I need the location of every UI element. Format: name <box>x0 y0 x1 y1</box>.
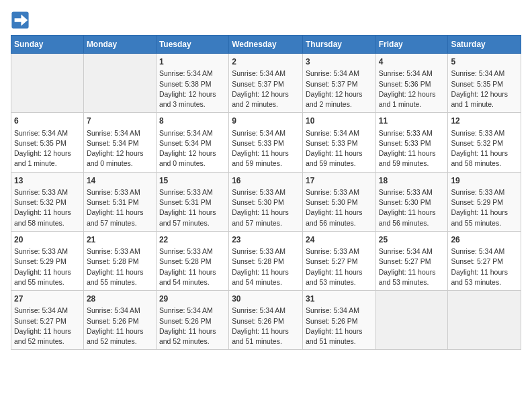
daylight-text: Daylight: 12 hours and 1 minute. <box>451 90 508 108</box>
daylight-text: Daylight: 11 hours and 57 minutes. <box>232 208 289 226</box>
day-number: 30 <box>232 293 300 305</box>
daylight-text: Daylight: 12 hours and 2 minutes. <box>306 90 363 108</box>
sunset-text: Sunset: 5:37 PM <box>306 80 358 88</box>
day-number: 25 <box>379 234 445 246</box>
sunrise-text: Sunrise: 5:34 AM <box>451 247 504 255</box>
column-header-saturday: Saturday <box>448 36 521 54</box>
day-number: 23 <box>232 234 300 246</box>
calendar-cell: 28Sunrise: 5:34 AMSunset: 5:26 PMDayligh… <box>83 291 156 350</box>
calendar-cell: 1Sunrise: 5:34 AMSunset: 5:38 PMDaylight… <box>156 54 228 113</box>
sunrise-text: Sunrise: 5:33 AM <box>306 188 359 196</box>
sunset-text: Sunset: 5:26 PM <box>87 317 139 325</box>
calendar-cell: 20Sunrise: 5:33 AMSunset: 5:29 PMDayligh… <box>11 231 84 290</box>
sunset-text: Sunset: 5:35 PM <box>14 139 66 147</box>
calendar-cell: 12Sunrise: 5:33 AMSunset: 5:32 PMDayligh… <box>448 113 521 172</box>
sunrise-text: Sunrise: 5:33 AM <box>232 188 285 196</box>
calendar-cell: 27Sunrise: 5:34 AMSunset: 5:27 PMDayligh… <box>11 291 84 350</box>
day-number: 27 <box>14 293 81 305</box>
day-number: 18 <box>379 175 445 187</box>
logo <box>11 11 32 30</box>
daylight-text: Daylight: 12 hours and 1 minute. <box>379 90 436 108</box>
sunset-text: Sunset: 5:27 PM <box>306 257 358 265</box>
calendar-week-5: 27Sunrise: 5:34 AMSunset: 5:27 PMDayligh… <box>11 291 521 350</box>
sunrise-text: Sunrise: 5:34 AM <box>451 69 504 77</box>
calendar-cell: 23Sunrise: 5:33 AMSunset: 5:28 PMDayligh… <box>229 231 303 290</box>
daylight-text: Daylight: 11 hours and 52 minutes. <box>14 327 71 345</box>
sunrise-text: Sunrise: 5:34 AM <box>14 306 68 314</box>
day-number: 13 <box>14 175 81 187</box>
daylight-text: Daylight: 11 hours and 57 minutes. <box>87 208 144 226</box>
daylight-text: Daylight: 11 hours and 53 minutes. <box>451 268 508 286</box>
sunrise-text: Sunrise: 5:33 AM <box>14 188 68 196</box>
calendar-cell: 5Sunrise: 5:34 AMSunset: 5:35 PMDaylight… <box>448 54 521 113</box>
daylight-text: Daylight: 11 hours and 58 minutes. <box>14 208 71 226</box>
sunset-text: Sunset: 5:26 PM <box>159 317 212 325</box>
sunset-text: Sunset: 5:33 PM <box>232 139 284 147</box>
sunrise-text: Sunrise: 5:33 AM <box>451 129 504 137</box>
daylight-text: Daylight: 11 hours and 58 minutes. <box>451 149 508 167</box>
sunset-text: Sunset: 5:27 PM <box>379 257 431 265</box>
daylight-text: Daylight: 12 hours and 0 minutes. <box>87 149 144 167</box>
sunrise-text: Sunrise: 5:34 AM <box>232 306 285 314</box>
day-number: 1 <box>159 56 226 68</box>
calendar-cell: 15Sunrise: 5:33 AMSunset: 5:31 PMDayligh… <box>156 172 228 231</box>
sunset-text: Sunset: 5:37 PM <box>232 80 284 88</box>
sunset-text: Sunset: 5:36 PM <box>379 80 431 88</box>
day-number: 22 <box>159 234 226 246</box>
day-number: 19 <box>451 175 518 187</box>
sunrise-text: Sunrise: 5:33 AM <box>379 129 433 137</box>
calendar-cell: 14Sunrise: 5:33 AMSunset: 5:31 PMDayligh… <box>83 172 156 231</box>
calendar-cell <box>448 291 521 350</box>
sunset-text: Sunset: 5:29 PM <box>14 257 66 265</box>
sunset-text: Sunset: 5:28 PM <box>87 257 139 265</box>
daylight-text: Daylight: 11 hours and 53 minutes. <box>306 268 363 286</box>
daylight-text: Daylight: 11 hours and 55 minutes. <box>87 268 144 286</box>
calendar-cell: 7Sunrise: 5:34 AMSunset: 5:34 PMDaylight… <box>83 113 156 172</box>
calendar-week-1: 1Sunrise: 5:34 AMSunset: 5:38 PMDaylight… <box>11 54 521 113</box>
sunset-text: Sunset: 5:30 PM <box>379 198 431 206</box>
sunrise-text: Sunrise: 5:34 AM <box>232 69 285 77</box>
sunset-text: Sunset: 5:28 PM <box>159 257 212 265</box>
daylight-text: Daylight: 11 hours and 56 minutes. <box>379 208 436 226</box>
column-header-tuesday: Tuesday <box>156 36 228 54</box>
sunrise-text: Sunrise: 5:34 AM <box>14 129 68 137</box>
calendar-cell: 9Sunrise: 5:34 AMSunset: 5:33 PMDaylight… <box>229 113 303 172</box>
calendar-cell: 10Sunrise: 5:34 AMSunset: 5:33 PMDayligh… <box>302 113 375 172</box>
column-header-thursday: Thursday <box>302 36 375 54</box>
calendar-cell: 3Sunrise: 5:34 AMSunset: 5:37 PMDaylight… <box>302 54 375 113</box>
calendar-cell: 6Sunrise: 5:34 AMSunset: 5:35 PMDaylight… <box>11 113 84 172</box>
day-number: 16 <box>232 175 300 187</box>
daylight-text: Daylight: 11 hours and 54 minutes. <box>159 268 216 286</box>
day-number: 5 <box>451 56 518 68</box>
day-number: 24 <box>306 234 373 246</box>
calendar-cell: 11Sunrise: 5:33 AMSunset: 5:33 PMDayligh… <box>375 113 448 172</box>
sunrise-text: Sunrise: 5:34 AM <box>87 129 140 137</box>
sunset-text: Sunset: 5:34 PM <box>159 139 212 147</box>
sunrise-text: Sunrise: 5:34 AM <box>159 306 213 314</box>
sunset-text: Sunset: 5:26 PM <box>306 317 358 325</box>
day-number: 9 <box>232 116 300 127</box>
day-number: 31 <box>306 293 373 305</box>
daylight-text: Daylight: 12 hours and 2 minutes. <box>232 90 289 108</box>
day-number: 29 <box>159 293 226 305</box>
sunrise-text: Sunrise: 5:34 AM <box>379 69 433 77</box>
logo-icon <box>11 11 30 30</box>
daylight-text: Daylight: 11 hours and 55 minutes. <box>14 268 71 286</box>
calendar-week-3: 13Sunrise: 5:33 AMSunset: 5:32 PMDayligh… <box>11 172 521 231</box>
day-number: 14 <box>87 175 153 187</box>
daylight-text: Daylight: 11 hours and 53 minutes. <box>379 268 436 286</box>
sunrise-text: Sunrise: 5:33 AM <box>232 247 285 255</box>
sunset-text: Sunset: 5:33 PM <box>306 139 358 147</box>
daylight-text: Daylight: 12 hours and 1 minute. <box>14 149 71 167</box>
sunset-text: Sunset: 5:31 PM <box>159 198 212 206</box>
sunset-text: Sunset: 5:27 PM <box>14 317 66 325</box>
day-number: 8 <box>159 116 226 127</box>
daylight-text: Daylight: 11 hours and 52 minutes. <box>159 327 216 345</box>
sunset-text: Sunset: 5:31 PM <box>87 198 139 206</box>
day-number: 17 <box>306 175 373 187</box>
day-number: 4 <box>379 56 445 68</box>
day-number: 21 <box>87 234 153 246</box>
column-header-monday: Monday <box>83 36 156 54</box>
calendar-cell: 16Sunrise: 5:33 AMSunset: 5:30 PMDayligh… <box>229 172 303 231</box>
calendar-cell: 4Sunrise: 5:34 AMSunset: 5:36 PMDaylight… <box>375 54 448 113</box>
